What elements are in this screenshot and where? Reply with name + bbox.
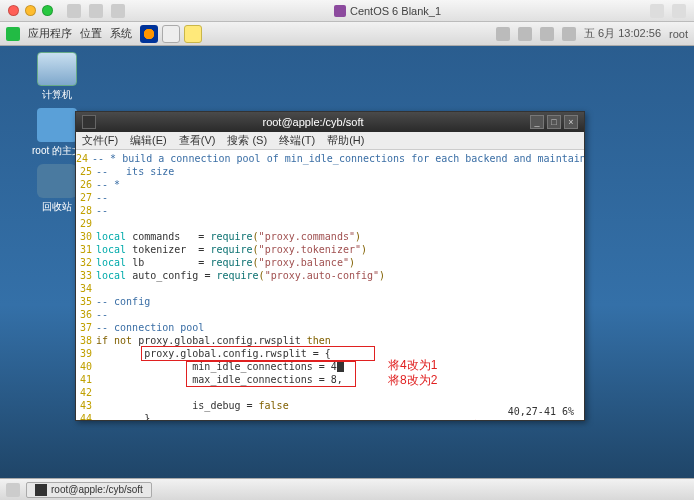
gnome-bottom-panel: root@apple:/cyb/soft xyxy=(0,478,694,500)
code-line: -- * build a connection pool of min_idle… xyxy=(92,152,584,165)
terminal-window: root@apple:/cyb/soft _ □ × 文件(F) 编辑(E) 查… xyxy=(75,111,585,421)
desktop[interactable]: 计算机 root 的主文 回收站 root@apple:/cyb/soft _ … xyxy=(0,46,694,478)
vm-title: CentOS 6 Blank_1 xyxy=(131,5,644,17)
user-text[interactable]: root xyxy=(669,28,688,40)
tb-right-1[interactable] xyxy=(650,4,664,18)
menu-help[interactable]: 帮助(H) xyxy=(327,133,364,148)
terminal-icon xyxy=(82,115,96,129)
tb-icon-1[interactable] xyxy=(67,4,81,18)
code-line: -- xyxy=(96,204,108,217)
code-line: -- * xyxy=(96,178,120,191)
code-line: } xyxy=(96,412,150,420)
toolbar-icons-right xyxy=(650,4,686,18)
annotation-highlight-2 xyxy=(186,361,356,387)
code-line: local lb = require("proxy.balance") xyxy=(96,256,355,269)
code-line: -- xyxy=(96,191,108,204)
firefox-icon[interactable] xyxy=(140,25,158,43)
code-line: -- config xyxy=(96,295,150,308)
menu-view[interactable]: 查看(V) xyxy=(179,133,216,148)
show-desktop-icon[interactable] xyxy=(6,483,20,497)
minimize-dot[interactable] xyxy=(25,5,36,16)
vim-status-line: 40,27-41 6% xyxy=(508,405,574,418)
terminal-menubar: 文件(F) 编辑(E) 查看(V) 搜索 (S) 终端(T) 帮助(H) xyxy=(76,132,584,150)
menu-places[interactable]: 位置 xyxy=(80,26,102,41)
traffic-lights xyxy=(8,5,53,16)
code-line: is_debug = false xyxy=(96,399,289,412)
clock-text[interactable]: 五 6月 13:02:56 xyxy=(584,26,661,41)
vm-title-text: CentOS 6 Blank_1 xyxy=(350,5,441,17)
mac-titlebar: CentOS 6 Blank_1 xyxy=(0,0,694,22)
computer-label: 计算机 xyxy=(32,88,82,102)
centos-icon xyxy=(334,5,346,17)
code-line: local auto_config = require("proxy.auto-… xyxy=(96,269,385,282)
home-folder-icon xyxy=(37,108,77,142)
annotation-text-1: 将4改为1 xyxy=(388,359,437,372)
terminal-body[interactable]: 24-- * build a connection pool of min_id… xyxy=(76,150,584,420)
gnome-top-panel: 应用程序 位置 系统 五 6月 13:02:56 root xyxy=(0,22,694,46)
toolbar-icons-left xyxy=(67,4,125,18)
tray-icon-1[interactable] xyxy=(496,27,510,41)
code-line: -- xyxy=(96,308,108,321)
annotation-highlight-1 xyxy=(141,346,375,361)
tray-icon-3[interactable] xyxy=(540,27,554,41)
tray-icon-2[interactable] xyxy=(518,27,532,41)
zoom-dot[interactable] xyxy=(42,5,53,16)
close-dot[interactable] xyxy=(8,5,19,16)
task-terminal-icon xyxy=(35,484,47,496)
desktop-icon-computer[interactable]: 计算机 xyxy=(32,52,82,102)
terminal-titlebar[interactable]: root@apple:/cyb/soft _ □ × xyxy=(76,112,584,132)
menu-applications[interactable]: 应用程序 xyxy=(28,26,72,41)
launcher-icon[interactable] xyxy=(162,25,180,43)
code-line: local tokenizer = require("proxy.tokeniz… xyxy=(96,243,367,256)
menu-system[interactable]: 系统 xyxy=(110,26,132,41)
terminal-title-text: root@apple:/cyb/soft xyxy=(96,116,530,128)
window-minimize-button[interactable]: _ xyxy=(530,115,544,129)
menu-terminal[interactable]: 终端(T) xyxy=(279,133,315,148)
menu-file[interactable]: 文件(F) xyxy=(82,133,118,148)
tb-right-2[interactable] xyxy=(672,4,686,18)
task-label: root@apple:/cyb/soft xyxy=(51,484,143,495)
note-icon[interactable] xyxy=(184,25,202,43)
code-line: -- its size xyxy=(96,165,174,178)
window-maximize-button[interactable]: □ xyxy=(547,115,561,129)
annotation-text-2: 将8改为2 xyxy=(388,374,437,387)
window-close-button[interactable]: × xyxy=(564,115,578,129)
code-line: local commands = require("proxy.commands… xyxy=(96,230,361,243)
menu-edit[interactable]: 编辑(E) xyxy=(130,133,167,148)
tb-icon-2[interactable] xyxy=(89,4,103,18)
gnome-foot-icon[interactable] xyxy=(6,27,20,41)
tray-icon-4[interactable] xyxy=(562,27,576,41)
computer-icon xyxy=(37,52,77,86)
taskbar-terminal-button[interactable]: root@apple:/cyb/soft xyxy=(26,482,152,498)
code-line: -- connection pool xyxy=(96,321,204,334)
trash-icon xyxy=(37,164,77,198)
menu-search[interactable]: 搜索 (S) xyxy=(227,133,267,148)
tb-icon-3[interactable] xyxy=(111,4,125,18)
